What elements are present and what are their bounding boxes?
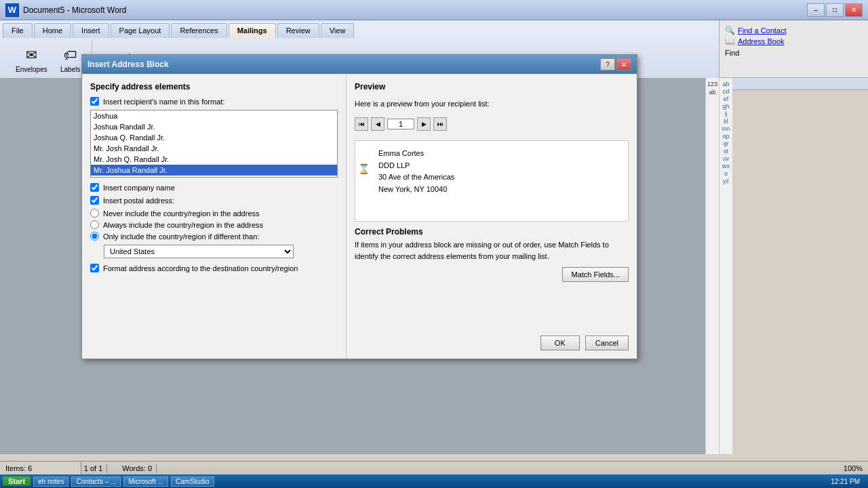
- right-panel: 🔍 Find a Contact 📖 Address Book Find: [719, 20, 868, 78]
- dialog-body: Specify address elements Insert recipien…: [82, 74, 637, 359]
- tab-page-layout[interactable]: Page Layout: [111, 23, 170, 38]
- find-row: Find: [725, 49, 863, 57]
- name-format-list[interactable]: Joshua Joshua Randall Jr. Joshua Q. Rand…: [90, 110, 338, 178]
- dialog-left-section: Specify address elements Insert recipien…: [82, 74, 347, 359]
- envelopes-button[interactable]: ✉ Envelopes: [11, 42, 52, 75]
- hourglass-icon: ⌛: [358, 161, 370, 176]
- radio-never: Never include the country/region in the …: [90, 209, 338, 218]
- preview-next-btn[interactable]: ▶: [417, 117, 431, 131]
- insert-name-checkbox[interactable]: [90, 97, 99, 106]
- find-label: Find: [725, 49, 739, 57]
- radio-never-input[interactable]: [90, 209, 99, 218]
- minimize-button[interactable]: –: [807, 3, 825, 17]
- number-sidebar: 123 ab: [705, 78, 719, 454]
- format-checkbox-row: Format address according to the destinat…: [90, 264, 338, 272]
- dialog-right-section: Preview Here is a preview from your reci…: [347, 74, 637, 359]
- format-label: Format address according to the destinat…: [103, 264, 298, 272]
- taskbar-item-camstudio[interactable]: CamStudio: [171, 476, 214, 487]
- name-format-joshua-q-randall-jr[interactable]: Joshua Q. Randall Jr.: [91, 132, 337, 143]
- insert-address-block-dialog: Insert Address Block ? ✕ Specify address…: [81, 54, 637, 359]
- items-count: Items: 6: [5, 464, 32, 472]
- country-dropdown-row: United States: [104, 245, 338, 258]
- insert-postal-checkbox-row: Insert postal address:: [90, 196, 338, 205]
- ok-button[interactable]: OK: [540, 336, 580, 350]
- correct-problems-title: Correct Problems: [355, 227, 629, 237]
- preview-line2: DDD LLP: [378, 160, 621, 172]
- tab-insert[interactable]: Insert: [73, 23, 109, 38]
- tab-mailings[interactable]: Mailings: [229, 23, 276, 38]
- address-book-label: Address Book: [738, 37, 784, 45]
- radio-never-label: Never include the country/region in the …: [103, 209, 260, 218]
- dialog-title-text: Insert Address Block: [87, 60, 169, 69]
- title-bar-title: Document5 - Microsoft Word: [23, 5, 127, 15]
- preview-address: Emma Cortes DDD LLP 30 Ave of the Americ…: [378, 148, 621, 195]
- items-bar: Items: 6: [0, 461, 81, 474]
- correct-problems-section: Correct Problems If items in your addres…: [355, 227, 629, 262]
- country-dropdown[interactable]: United States: [104, 245, 294, 258]
- dialog-title-bar: Insert Address Block ? ✕: [82, 55, 637, 74]
- preview-page-input[interactable]: [387, 119, 414, 129]
- start-button[interactable]: Start: [3, 476, 31, 486]
- status-bar: Section: 1 Page: 1 of 1 Words: 0 100%: [0, 461, 868, 474]
- title-bar-controls: – □ ✕: [807, 3, 863, 17]
- name-format-mr-josh-q-randall-jr[interactable]: Mr. Josh Q. Randall Jr.: [91, 154, 337, 165]
- preview-line4: New York, NY 10040: [378, 184, 621, 196]
- preview-box: ⌛ Emma Cortes DDD LLP 30 Ave of the Amer…: [355, 140, 629, 222]
- preview-first-btn[interactable]: ⏮: [355, 117, 368, 131]
- preview-line1: Emma Cortes: [378, 148, 621, 160]
- name-format-mr-joshua-randall-jr[interactable]: Mr. Joshua Randall Jr.: [91, 165, 337, 176]
- name-format-mr-josh-randall-jr[interactable]: Mr. Josh Randall Jr.: [91, 143, 337, 154]
- name-format-joshua[interactable]: Joshua: [91, 110, 337, 121]
- close-button[interactable]: ✕: [845, 3, 863, 17]
- radio-only-label: Only include the country/region if diffe…: [103, 232, 259, 241]
- dialog-controls: ? ✕: [600, 58, 631, 70]
- insert-company-checkbox[interactable]: [90, 183, 99, 192]
- tab-review[interactable]: Review: [277, 23, 319, 38]
- insert-postal-checkbox[interactable]: [90, 196, 99, 205]
- insert-company-label: Insert company name: [103, 184, 175, 192]
- radio-always-input[interactable]: [90, 220, 99, 229]
- insert-postal-label: Insert postal address:: [103, 197, 174, 205]
- cancel-button[interactable]: Cancel: [585, 336, 629, 350]
- taskbar-item-contacts[interactable]: Contacts – ...: [71, 476, 121, 487]
- radio-always: Always include the country/region in the…: [90, 220, 338, 229]
- tab-home[interactable]: Home: [34, 23, 71, 38]
- match-fields-row: Match Fields...: [355, 267, 629, 282]
- label-icon: 🏷: [60, 44, 81, 66]
- radio-always-label: Always include the country/region in the…: [103, 221, 263, 229]
- address-book-row: 📖 Address Book: [725, 37, 863, 46]
- taskbar: Start eh notes Contacts – ... Microsoft …: [0, 474, 868, 488]
- status-zoom: 100%: [844, 464, 863, 472]
- match-fields-button[interactable]: Match Fields...: [562, 267, 629, 282]
- taskbar-clock: 12:21 PM: [831, 478, 865, 485]
- radio-only-input[interactable]: [90, 232, 99, 241]
- insert-name-checkbox-row: Insert recipient's name in this format:: [90, 97, 338, 106]
- status-words: Words: 0: [118, 464, 157, 472]
- insert-name-label: Insert recipient's name in this format:: [103, 98, 224, 106]
- taskbar-item-word[interactable]: Microsoft ...: [123, 476, 168, 487]
- dialog-footer: OK Cancel: [540, 336, 629, 350]
- country-radio-group: Never include the country/region in the …: [90, 209, 338, 241]
- tab-references[interactable]: References: [171, 23, 226, 38]
- insert-company-checkbox-row: Insert company name: [90, 183, 338, 192]
- format-checkbox[interactable]: [90, 264, 99, 272]
- preview-nav: ⏮ ◀ ▶ ⏭: [355, 117, 629, 131]
- title-bar-left: W Document5 - Microsoft Word: [5, 3, 127, 17]
- radio-only: Only include the country/region if diffe…: [90, 232, 338, 241]
- word-icon: W: [5, 3, 19, 17]
- preview-last-btn[interactable]: ⏭: [433, 117, 447, 131]
- taskbar-item-ehnotes[interactable]: eh notes: [33, 476, 68, 487]
- name-format-joshua-randall-jr[interactable]: Joshua Randall Jr.: [91, 121, 337, 132]
- correct-problems-text: If items in your address block are missi…: [355, 239, 629, 262]
- preview-subtitle: Here is a preview from your recipient li…: [355, 100, 629, 108]
- tab-file[interactable]: File: [3, 23, 33, 38]
- preview-prev-btn[interactable]: ◀: [371, 117, 384, 131]
- dialog-help-button[interactable]: ?: [600, 58, 615, 70]
- find-contact-row: 🔍 Find a Contact: [725, 26, 863, 35]
- maximize-button[interactable]: □: [826, 3, 844, 17]
- preview-line3: 30 Ave of the Americas: [378, 171, 621, 184]
- tab-view[interactable]: View: [321, 23, 355, 38]
- alphabet-sidebar: ab cd ef gh ij kl mn op qr st uv wx o yz: [719, 78, 732, 454]
- preview-title: Preview: [355, 82, 629, 92]
- dialog-close-button[interactable]: ✕: [616, 58, 631, 70]
